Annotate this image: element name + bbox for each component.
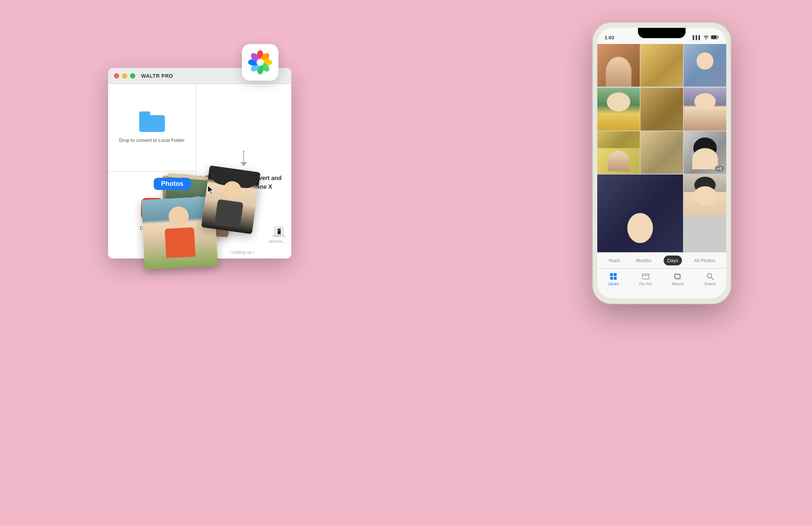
cursor: [207, 185, 216, 197]
close-button[interactable]: [114, 73, 119, 78]
folder-icon: [139, 111, 165, 132]
photos-screen: 1:03 ▌▌▌ Today Select ···: [597, 28, 726, 298]
iphone-device: 1:03 ▌▌▌ Today Select ···: [592, 22, 731, 304]
status-time: 1:03: [605, 35, 614, 40]
albums-icon: [674, 272, 682, 280]
filter-years[interactable]: Years: [605, 256, 624, 265]
iphone-screen: 1:03 ▌▌▌ Today Select ···: [597, 28, 726, 298]
for-you-icon: [642, 272, 650, 280]
svg-point-8: [256, 59, 264, 66]
plus-badge: +1: [715, 166, 724, 172]
tab-library-label: Library: [608, 282, 619, 286]
hold-hint: Hold to alternat...: [256, 233, 285, 244]
grid-photo-5[interactable]: [641, 88, 683, 131]
library-icon: [609, 272, 617, 280]
svg-rect-10: [712, 36, 717, 38]
svg-rect-13: [610, 277, 613, 280]
grid-photo-2[interactable]: [641, 44, 683, 87]
drop-arrow-line: [243, 151, 244, 162]
svg-rect-14: [614, 277, 617, 280]
svg-rect-12: [614, 273, 617, 276]
cursor-arrow-icon: [207, 185, 216, 196]
photos-badge-label: Photos: [154, 178, 191, 190]
drop-arrow-head: [240, 162, 247, 166]
local-folder-drop-zone[interactable]: Drop to convert to Local Folder: [108, 84, 196, 172]
grid-photo-9[interactable]: +1: [684, 131, 726, 174]
battery-icon: [711, 35, 719, 40]
tab-library[interactable]: Library: [602, 272, 624, 286]
maximize-button[interactable]: [130, 73, 135, 78]
photos-flower-icon: [247, 49, 273, 75]
tab-bar: Library For You Albums: [597, 268, 726, 298]
grid-photo-3[interactable]: [684, 44, 726, 87]
tab-search[interactable]: Search: [699, 272, 721, 286]
svg-line-20: [711, 278, 714, 280]
filter-all-photos[interactable]: All Photos: [690, 256, 719, 265]
local-folder-label: Drop to convert to Local Folder: [119, 137, 184, 144]
grid-photo-1[interactable]: [597, 44, 640, 87]
grid-photo-6[interactable]: [684, 88, 726, 131]
grid-photo-portrait[interactable]: [684, 175, 726, 217]
filter-days[interactable]: Days: [664, 256, 682, 265]
photo-card-guy-hat: [201, 165, 261, 234]
photo-grid: +1: [597, 44, 726, 252]
grid-photo-concert[interactable]: [597, 175, 683, 252]
drop-arrow: [240, 151, 247, 166]
tab-search-label: Search: [704, 282, 716, 286]
wifi-icon: [704, 35, 709, 40]
tab-for-you[interactable]: For You: [635, 272, 657, 286]
photos-app-icon: [242, 44, 278, 81]
traffic-lights: [114, 73, 135, 78]
status-icons: ▌▌▌: [693, 35, 719, 40]
filter-bar: Years Months Days All Photos: [597, 252, 726, 268]
grid-photo-8[interactable]: [641, 131, 683, 174]
signal-icon: ▌▌▌: [693, 35, 701, 40]
grid-photo-4[interactable]: [597, 88, 640, 131]
tab-albums[interactable]: Albums: [667, 272, 689, 286]
tab-for-you-label: For You: [639, 282, 652, 286]
iphone-notch: [638, 28, 686, 38]
folder-body: [139, 115, 165, 132]
tab-albums-label: Albums: [672, 282, 684, 286]
svg-rect-15: [642, 274, 649, 279]
minimize-button[interactable]: [122, 73, 127, 78]
filter-months[interactable]: Months: [632, 256, 655, 265]
waltr-title: WALTR PRO: [141, 73, 173, 79]
svg-rect-11: [610, 273, 613, 276]
search-icon: [706, 272, 714, 280]
grid-photo-7[interactable]: [597, 131, 640, 174]
